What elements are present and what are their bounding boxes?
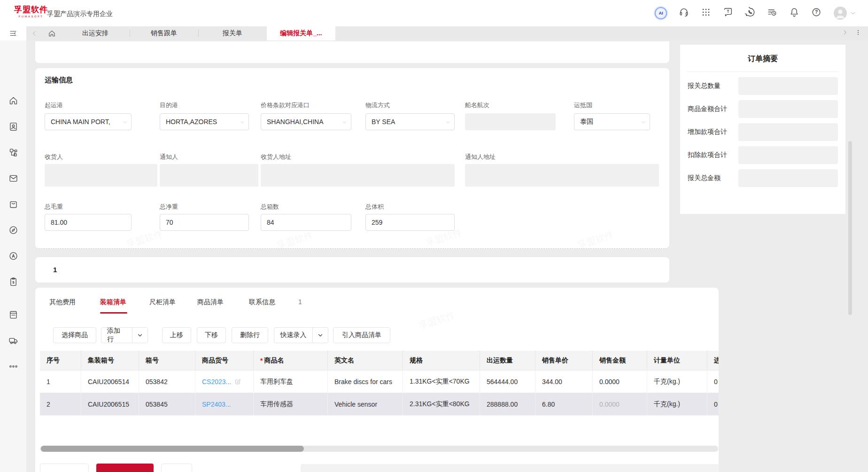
sidebar-item-discover[interactable] [8,225,18,235]
cell-spec[interactable]: 1.31KG<实重<70KG [403,370,480,393]
sidebar-item-contacts[interactable] [8,121,18,132]
logistics-mode-select[interactable]: BY SEA [365,113,455,130]
col-header-sales-amount[interactable]: 销售金额 [593,351,647,370]
col-header-container-no[interactable]: 集装箱号 [81,351,139,370]
tab-product-list[interactable]: 商品清单 [197,298,224,307]
product-code-link[interactable]: CS2023... [202,378,231,385]
total-volume-input[interactable]: 259 [365,214,455,231]
tab-shipping-arrangement[interactable]: 出运安排 [61,26,130,40]
tab-packing-list[interactable]: 装箱清单 [100,298,126,307]
quick-entry-dropdown[interactable] [313,332,328,338]
cell-ship-qty[interactable]: 288888.00 [480,393,535,416]
add-row-button[interactable]: 添加行 [101,327,148,343]
cell-product-code[interactable]: CS2023... [195,370,254,393]
col-header-unit[interactable]: 计量单位 [647,351,707,370]
col-header-product-name[interactable]: *商品名 [254,351,328,370]
delete-row-button[interactable]: 删除行 [232,327,268,343]
customer-service-button[interactable] [679,7,689,19]
tab-edit-customs-declaration[interactable]: 编辑报关单_... [267,26,335,40]
cell-sales-amount[interactable]: 0.0000 [593,370,647,393]
cell-ship-qty[interactable]: 564444.00 [480,370,535,393]
col-header-english-name[interactable]: 英文名 [328,351,403,370]
ai-assistant-icon[interactable]: AI [655,7,667,19]
app-logo[interactable]: 孚盟软件 FUMASOFT [14,6,48,18]
sidebar-item-documents[interactable] [8,309,18,320]
translate-button[interactable]: T [723,7,733,19]
col-header-spec[interactable]: 规格 [403,351,480,370]
col-header-unit-price[interactable]: 销售单价 [535,351,593,370]
select-product-button[interactable]: 选择商品 [53,327,96,343]
col-header-box-no[interactable]: 箱号 [139,351,195,370]
destination-port-select[interactable]: HORTA,AZORES [160,113,249,130]
price-term-port-select[interactable]: SHANGHAI,CHINA [261,113,351,130]
cell-unit-price[interactable]: 344.00 [535,370,593,393]
product-code-link[interactable]: SP2403... [202,401,231,408]
notifications-button[interactable] [789,7,799,19]
footer-ghost-button[interactable] [40,464,89,472]
org-structure-icon [8,148,18,157]
port-of-loading-select[interactable]: CHINA MAIN PORT, [45,113,132,130]
cell-container-no[interactable]: CAIU2006514 [81,370,139,393]
tab-contact-info[interactable]: 联系信息 [249,298,275,307]
horizontal-scrollbar-track[interactable] [40,446,718,452]
collapsed-section-card[interactable]: 1 [35,257,669,283]
cell-box-no[interactable]: 053842 [139,370,195,393]
tab-scroll-left-button[interactable] [26,30,42,37]
gross-weight-input[interactable]: 81.00 [45,214,132,231]
col-header-clipped[interactable]: 进 [707,351,719,370]
cell-english-name[interactable]: Vehicle sensor [328,393,403,416]
tab-scroll-right-button[interactable] [842,29,848,38]
tab-sales-followup[interactable]: 销售跟单 [130,26,198,40]
sidebar-item-finance[interactable]: $ [8,276,18,287]
sidebar-item-logistics[interactable] [8,335,18,346]
collapse-menu-button[interactable] [0,26,26,40]
cell-unit[interactable]: 千克(kg.) [647,370,707,393]
col-header-ship-qty[interactable]: 出运数量 [480,351,535,370]
table-row-1[interactable]: 1 CAIU2006514 053842 CS2023... 车用刹车盘 Bra… [40,370,719,393]
tab-options-button[interactable] [855,29,861,38]
user-menu[interactable] [833,6,856,20]
help-button[interactable]: ? [811,7,822,19]
sidebar-item-assistant[interactable] [8,251,18,261]
sidebar-item-mail[interactable] [8,173,18,183]
notify-party-address-field[interactable] [465,164,659,187]
cell-english-name[interactable]: Brake discs for cars [328,370,403,393]
sidebar-item-home[interactable] [8,95,18,106]
move-up-button[interactable]: 上移 [162,327,191,343]
cell-unit-price[interactable]: 6.80 [535,393,593,416]
tab-other-fees[interactable]: 其他费用 [49,298,76,307]
sidebar-item-orders[interactable] [8,199,18,209]
cell-unit[interactable]: 千克(kg.) [647,393,707,416]
total-packages-input[interactable]: 84 [261,214,351,231]
edit-icon[interactable] [234,378,241,385]
home-tab-button[interactable] [42,30,61,38]
add-row-dropdown[interactable] [132,332,147,338]
quick-entry-button[interactable]: 快速录入 [274,327,328,343]
horizontal-scrollbar-thumb[interactable] [41,446,304,452]
tab-container-list[interactable]: 尺柜清单 [149,298,176,307]
cell-box-no[interactable]: 053845 [139,393,195,416]
footer-save-button[interactable] [96,464,154,472]
chevron-down-icon [123,120,127,125]
cell-sales-amount[interactable]: 0.0000 [593,393,647,416]
import-product-list-button[interactable]: 引入商品清单 [333,327,390,343]
vertical-scrollbar-thumb[interactable] [848,141,852,315]
phone-contact-button[interactable] [745,7,755,19]
footer-ghost-button-2[interactable] [161,464,192,472]
cell-spec[interactable]: 2.31KG<实重<80KG [403,393,480,416]
arrival-country-select[interactable]: 泰国 [574,113,650,130]
apps-menu-button[interactable] [701,7,711,19]
move-down-button[interactable]: 下移 [197,327,226,343]
cell-container-no[interactable]: CAIU2006515 [81,393,139,416]
sidebar-item-org-structure[interactable] [8,147,18,157]
table-row-2-selected[interactable]: 2 CAIU2006515 053845 SP2403... 车用传感器 Veh… [40,393,719,416]
history-list-button[interactable] [767,7,777,19]
col-header-seq[interactable]: 序号 [40,351,81,370]
col-header-product-code[interactable]: 商品货号 [195,351,254,370]
net-weight-input[interactable]: 70 [160,214,249,231]
cell-product-code[interactable]: SP2403... [195,393,254,416]
sidebar-more-button[interactable] [8,361,18,371]
cell-product-name[interactable]: 车用刹车盘 [254,370,328,393]
tab-customs-declaration[interactable]: 报关单 [198,26,267,40]
cell-product-name[interactable]: 车用传感器 [254,393,328,416]
